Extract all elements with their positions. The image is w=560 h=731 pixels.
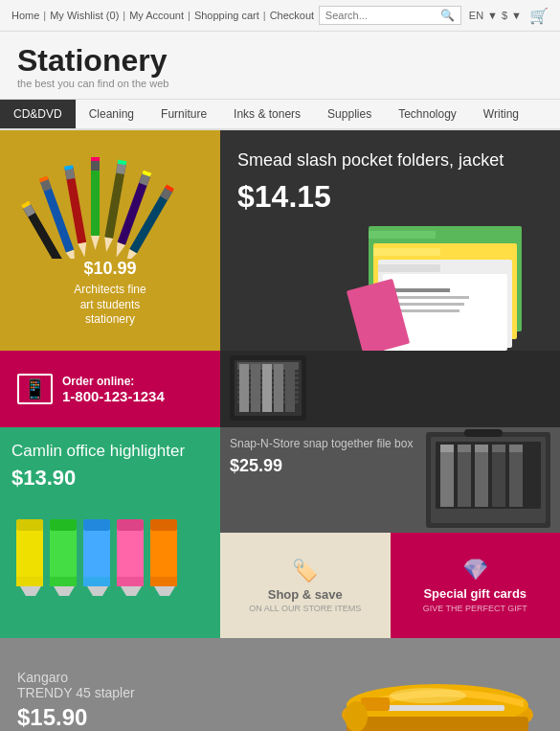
svg-rect-80 — [458, 445, 471, 507]
highlighter-title: Camlin office highlighter — [11, 441, 209, 462]
svg-rect-29 — [369, 231, 436, 239]
svg-rect-73 — [150, 577, 177, 586]
hero-left-desc: Architects fineart studentsstationery — [74, 283, 146, 328]
lang-selector[interactable]: EN — [469, 10, 483, 21]
svg-rect-92 — [370, 705, 504, 711]
order-text: Order online: 1-800-123-1234 — [62, 375, 165, 404]
svg-rect-57 — [16, 577, 43, 586]
pencils-image — [14, 153, 206, 259]
cat-technology[interactable]: Technology — [385, 100, 470, 128]
svg-rect-31 — [373, 248, 440, 256]
stapler-image — [332, 657, 543, 731]
svg-rect-72 — [150, 519, 177, 531]
top-navigation: Home | My Wishlist (0) | My Account | Sh… — [0, 0, 560, 32]
highlighter-cell[interactable]: Camlin office highlighter $13.90 — [0, 427, 220, 638]
svg-rect-68 — [117, 519, 144, 531]
stapler-brand: Kangaro — [17, 670, 135, 685]
svg-rect-82 — [475, 445, 488, 507]
svg-marker-58 — [20, 586, 41, 596]
phone-icon: 📱 — [17, 374, 53, 404]
top-nav-right: 🔍 EN ▼ $ ▼ 🛒 — [319, 6, 549, 25]
svg-rect-69 — [117, 577, 144, 586]
row3-right: Snap-N-Store snap together file box $25.… — [220, 427, 560, 638]
hero-left-price: $10.99 — [83, 259, 136, 279]
svg-rect-83 — [475, 445, 488, 452]
cat-cd-dvd[interactable]: CD&DVD — [0, 100, 76, 128]
svg-rect-35 — [392, 288, 450, 292]
svg-marker-66 — [87, 586, 108, 596]
svg-rect-54 — [285, 364, 295, 412]
cart-icon[interactable]: 🛒 — [529, 7, 549, 25]
snap-cell[interactable]: Snap-N-Store snap together file box $25.… — [220, 427, 560, 533]
site-header: Stationery the best you can find on the … — [0, 32, 560, 100]
svg-rect-51 — [251, 364, 260, 412]
stapler-row[interactable]: Kangaro TRENDY 45 stapler $15.90 — [0, 638, 560, 731]
snap-image — [407, 427, 560, 533]
svg-point-95 — [390, 688, 466, 703]
nav-home[interactable]: Home — [11, 10, 39, 21]
svg-rect-86 — [509, 445, 523, 507]
lang-currency: EN ▼ $ ▼ — [469, 10, 522, 21]
hero-right-cell[interactable]: Smead slash pocket folders, jacket $14.1… — [220, 130, 560, 351]
svg-rect-52 — [262, 364, 272, 412]
nav-account[interactable]: My Account — [129, 10, 184, 21]
currency-selector[interactable]: $ — [502, 10, 507, 21]
gift-cards-cell[interactable]: 💎 Special gift cards GIVE THE PERFECT GI… — [391, 533, 561, 638]
svg-rect-60 — [50, 519, 77, 531]
site-title: Stationery — [17, 45, 543, 76]
cat-cleaning[interactable]: Cleaning — [76, 100, 147, 128]
svg-marker-13 — [91, 236, 100, 250]
svg-rect-36 — [392, 296, 469, 299]
svg-rect-61 — [50, 577, 77, 586]
dark-panel-image — [220, 351, 560, 427]
nav-cart[interactable]: Shopping cart — [194, 10, 259, 21]
stapler-info: Kangaro TRENDY 45 stapler $15.90 — [17, 670, 135, 731]
shop-save-subtitle: ON ALL OUR STORE ITEMS — [249, 604, 361, 613]
svg-rect-15 — [91, 157, 100, 161]
shop-save-title: Shop & save — [268, 587, 343, 602]
order-bar[interactable]: 📱 Order online: 1-800-123-1234 — [0, 351, 220, 427]
svg-rect-91 — [347, 717, 528, 731]
nav-checkout[interactable]: Checkout — [270, 10, 314, 21]
search-button[interactable]: 🔍 — [440, 9, 455, 22]
search-box[interactable]: 🔍 — [319, 6, 461, 25]
gift-cards-subtitle: GIVE THE PERFECT GIFT — [423, 604, 527, 613]
tag-icon: 🏷️ — [292, 559, 318, 583]
hero-left-cell[interactable]: $10.99 Architects fineart studentsstatio… — [0, 130, 220, 351]
cat-inks-toners[interactable]: Inks & toners — [220, 100, 314, 128]
svg-rect-87 — [509, 445, 523, 452]
order-phone: 1-800-123-1234 — [62, 388, 165, 404]
svg-rect-65 — [83, 577, 110, 586]
svg-rect-33 — [378, 264, 440, 272]
site-subtitle: the best you can find on the web — [17, 78, 543, 89]
nav-wishlist[interactable]: My Wishlist (0) — [50, 10, 119, 21]
svg-rect-56 — [16, 519, 43, 531]
cat-writing[interactable]: Writing — [470, 100, 532, 128]
svg-marker-62 — [54, 586, 75, 596]
svg-rect-79 — [440, 445, 454, 452]
gift-cards-title: Special gift cards — [423, 586, 526, 603]
svg-rect-85 — [492, 445, 505, 452]
hero-right-title: Smead slash pocket folders, jacket — [237, 149, 543, 171]
svg-rect-38 — [392, 309, 459, 312]
cat-supplies[interactable]: Supplies — [314, 100, 385, 128]
highlighter-price: $13.90 — [11, 466, 209, 491]
diamond-icon: 💎 — [462, 558, 488, 583]
svg-rect-88 — [464, 429, 503, 437]
search-input[interactable] — [325, 10, 440, 21]
svg-rect-50 — [239, 364, 249, 412]
svg-rect-81 — [458, 445, 471, 452]
svg-marker-17 — [102, 238, 113, 253]
svg-point-94 — [345, 701, 368, 731]
cat-furniture[interactable]: Furniture — [147, 100, 220, 128]
svg-marker-70 — [121, 586, 142, 596]
svg-rect-64 — [83, 519, 110, 531]
stapler-price: $15.90 — [17, 704, 135, 731]
folders-image — [340, 178, 560, 351]
svg-rect-37 — [392, 303, 464, 306]
svg-marker-74 — [154, 586, 175, 596]
svg-rect-84 — [492, 445, 505, 507]
svg-marker-9 — [78, 242, 88, 258]
svg-rect-78 — [440, 445, 454, 507]
shop-save-cell[interactable]: 🏷️ Shop & save ON ALL OUR STORE ITEMS — [220, 533, 391, 638]
